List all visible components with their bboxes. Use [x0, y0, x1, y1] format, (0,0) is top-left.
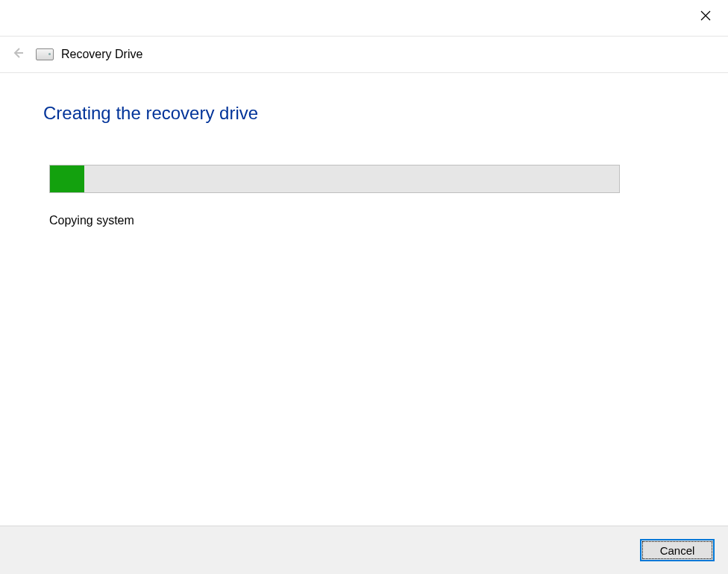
- footer: Cancel: [0, 526, 728, 574]
- close-button[interactable]: [691, 6, 721, 28]
- recovery-drive-window: Recovery Drive Creating the recovery dri…: [0, 0, 728, 574]
- status-text: Copying system: [49, 214, 610, 227]
- progress-bar: [49, 165, 620, 193]
- cancel-button[interactable]: Cancel: [640, 539, 715, 561]
- progress-section: Copying system: [49, 165, 610, 227]
- header-bar: Recovery Drive: [0, 37, 728, 73]
- close-icon: [700, 10, 711, 24]
- page-heading: Creating the recovery drive: [43, 103, 685, 124]
- header-title: Recovery Drive: [61, 48, 142, 61]
- cancel-button-label: Cancel: [660, 544, 695, 557]
- drive-icon: [36, 48, 54, 60]
- content-area: Creating the recovery drive Copying syst…: [0, 73, 728, 526]
- titlebar: [0, 0, 728, 37]
- back-button: [9, 45, 27, 63]
- back-arrow-icon: [11, 46, 25, 63]
- progress-fill: [50, 165, 84, 192]
